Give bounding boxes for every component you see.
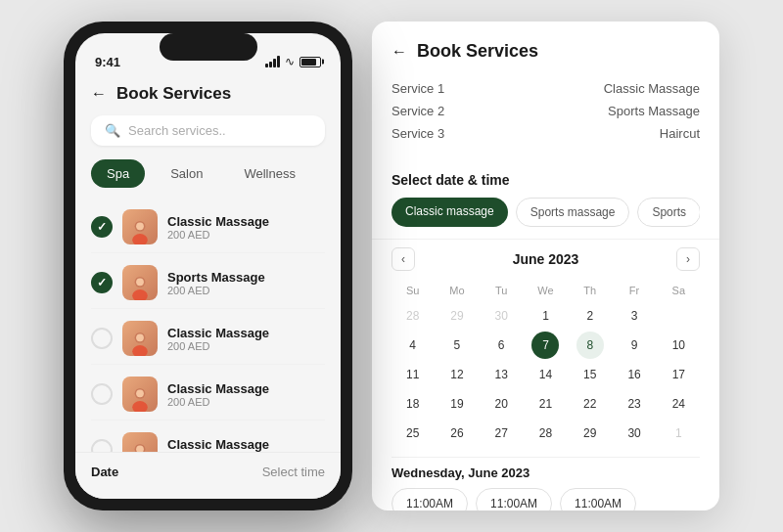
service-info-4: Classic Massage 200 AED [167,381,325,408]
cal-day[interactable]: 27 [487,420,515,447]
checkbox-3[interactable] [91,328,113,349]
bottom-time-label[interactable]: Select time [262,465,325,479]
panel-page-title: Book Services [417,41,538,62]
time-slots: 11:00AM 11:00AM 11:00AM [392,488,700,510]
search-bar[interactable]: 🔍 Search services.. [91,115,325,146]
phone-frame: 9:41 ∿ ← [64,22,352,510]
cal-day[interactable]: 30 [487,302,515,330]
cal-day[interactable]: 18 [399,390,427,418]
cal-day[interactable]: 9 [621,332,648,359]
services-row-1: Service 1 Classic Massage [392,77,700,100]
calendar-next-button[interactable]: › [676,247,700,271]
status-time: 9:41 [95,55,120,69]
cal-day[interactable]: 10 [665,332,692,359]
cal-day-highlighted[interactable]: 8 [576,332,604,359]
service-value-2: Sports Massage [608,104,700,118]
service-price-3: 200 AED [167,340,325,352]
cal-day[interactable]: 22 [576,390,604,418]
cal-day[interactable]: 2 [576,302,604,330]
datetime-tab-classic[interactable]: Classic massage [392,198,508,227]
service-name-3: Classic Massage [167,326,325,340]
time-slot-2[interactable]: 11:00AM [476,488,552,510]
phone-inner: 9:41 ∿ ← [75,33,341,499]
cal-day[interactable]: 19 [443,390,471,418]
cal-day[interactable]: 13 [487,361,515,388]
list-item[interactable]: Classic Massage 200 AED [91,201,325,253]
cal-day[interactable]: 11 [399,361,427,388]
cal-day-selected[interactable]: 7 [531,332,559,359]
list-item[interactable]: Classic Massage 200 AED [91,313,325,365]
cal-day[interactable]: 1 [531,302,559,330]
cal-day[interactable]: 29 [576,420,604,447]
calendar-grid: Su Mo Tu We Th Fr Sa 28 29 30 1 2 3 [392,281,700,447]
service-price-2: 200 AED [167,285,325,296]
list-item[interactable]: Classic Massage 200 AED [91,369,325,421]
category-tab-salon[interactable]: Salon [155,159,218,188]
cal-day[interactable]: 3 [621,302,648,330]
cal-day[interactable]: 1 [665,420,692,447]
day-header-sa: Sa [658,281,700,300]
back-arrow-icon[interactable]: ← [91,85,107,103]
service-info-1: Classic Massage 200 AED [167,214,325,241]
time-slot-3[interactable]: 11:00AM [560,488,636,510]
battery-icon [299,57,321,67]
cal-day[interactable]: 14 [531,361,559,388]
search-icon: 🔍 [105,123,120,138]
panel-title-row: ← Book Services [392,41,700,62]
cal-day[interactable] [665,302,692,330]
time-slot-1[interactable]: 11:00AM [392,488,468,510]
service-price-4: 200 AED [167,396,325,408]
cal-day[interactable]: 5 [443,332,471,359]
checkbox-1[interactable] [91,216,113,238]
cal-day[interactable]: 17 [665,361,692,388]
svg-point-10 [132,401,148,412]
cal-day[interactable]: 30 [621,420,648,447]
select-datetime-label: Select date & time [392,160,700,198]
svg-point-11 [136,389,144,397]
avatar-2 [122,265,158,300]
cal-day[interactable]: 12 [443,361,471,388]
cal-day[interactable]: 4 [399,332,427,359]
cal-day[interactable]: 15 [576,361,604,388]
cal-day[interactable]: 28 [531,420,559,447]
checkbox-2[interactable] [91,272,113,293]
search-placeholder-text: Search services.. [128,123,226,138]
cal-day[interactable]: 29 [443,302,471,330]
category-tab-wellness[interactable]: Wellness [228,159,311,188]
scene: 9:41 ∿ ← [44,2,739,530]
avatar-3 [122,321,158,356]
cal-day[interactable]: 21 [531,390,559,418]
svg-point-1 [132,234,148,244]
cal-day[interactable]: 28 [399,302,427,330]
datetime-tab-sports[interactable]: Sports massage [516,198,630,227]
bottom-bar: Date Select time [75,452,341,499]
cal-day[interactable]: 16 [621,361,648,388]
cal-day[interactable]: 24 [665,390,692,418]
service-name-5: Classic Massage [167,437,325,452]
service-info-2: Sports Massage 200 AED [167,270,325,296]
calendar: ‹ June 2023 › Su Mo Tu We Th Fr Sa 28 29… [392,247,700,447]
service-name-4: Classic Massage [167,381,325,396]
checkbox-4[interactable] [91,383,113,405]
panel-back-arrow-icon[interactable]: ← [392,43,407,61]
day-header-mo: Mo [436,281,478,300]
calendar-prev-button[interactable]: ‹ [392,247,415,271]
service-label-2: Service 2 [392,104,444,118]
list-item[interactable]: Sports Massage 200 AED [91,257,325,309]
day-header-fr: Fr [613,281,655,300]
cal-day[interactable]: 26 [443,420,471,447]
service-label-3: Service 3 [392,126,444,141]
service-value-1: Classic Massage [604,81,700,96]
svg-point-5 [136,278,144,286]
cal-day[interactable]: 25 [399,420,427,447]
day-header-th: Th [569,281,611,300]
phone-notch [160,33,257,61]
category-tab-spa[interactable]: Spa [91,159,145,188]
cal-day[interactable]: 23 [621,390,648,418]
category-tabs: Spa Salon Wellness [91,159,325,188]
cal-day[interactable]: 6 [487,332,515,359]
cal-day[interactable]: 20 [487,390,515,418]
datetime-tab-sports2[interactable]: Sports [637,198,700,227]
phone-header: ← Book Services [91,84,325,104]
right-panel: ← Book Services Service 1 Classic Massag… [372,22,719,510]
